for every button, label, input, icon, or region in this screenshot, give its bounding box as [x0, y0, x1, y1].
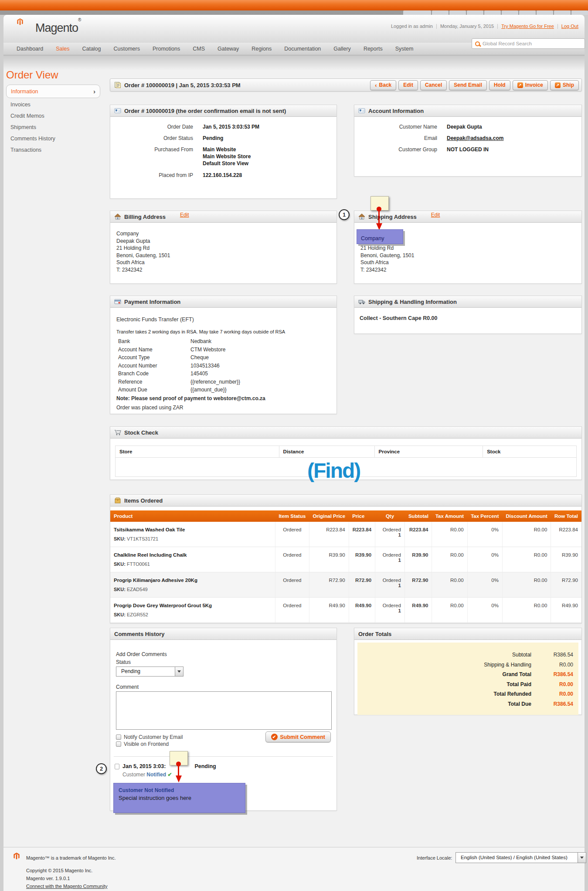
payment-info-title: Payment Information: [124, 299, 180, 305]
ship-button[interactable]: ↗ Ship: [550, 80, 579, 90]
nav-customers[interactable]: Customers: [114, 43, 140, 55]
shipping-edit-link[interactable]: Edit: [431, 212, 440, 218]
item-discount: R0.00: [502, 572, 551, 598]
item-tax-amount: R0.00: [432, 522, 467, 547]
invoice-button[interactable]: ↗ Invoice: [513, 80, 548, 90]
nav-promotions[interactable]: Promotions: [153, 43, 180, 55]
nav-gallery[interactable]: Gallery: [333, 43, 351, 55]
sidebar-item-transactions[interactable]: Transactions: [6, 144, 100, 156]
payment-proof-note: Note: Please send proof of payment to we…: [116, 395, 330, 401]
qty-value: 1: [398, 583, 401, 588]
customer-group-value: NOT LOGGED IN: [447, 146, 489, 153]
account-info-body: Customer Name Deepak Gupta Email Deepak@…: [354, 117, 581, 165]
vcard-icon: [114, 107, 121, 114]
product-name: Tsitsikamma Washed Oak Tile: [114, 527, 272, 532]
col-subtotal: Subtotal: [404, 510, 432, 522]
notified-status: Notified: [146, 772, 166, 778]
send-email-button[interactable]: Send Email: [449, 80, 487, 90]
sidebar-item-comments-history[interactable]: Comments History: [6, 133, 100, 144]
nav-regions[interactable]: Regions: [252, 43, 272, 55]
comments-history-header: Comments History: [110, 628, 336, 640]
item-original-price: R72.90: [309, 572, 349, 598]
customer-email-link[interactable]: Deepak@adsadsa.com: [447, 135, 503, 142]
sidebar-title: Order View: [6, 69, 100, 81]
billing-edit-link[interactable]: Edit: [180, 212, 189, 218]
try-magento-go-link[interactable]: Try Magento Go for Free: [501, 24, 554, 29]
footer-copyright: Copyright © 2015 Magento Inc.: [26, 868, 92, 873]
hold-button[interactable]: Hold: [489, 80, 510, 90]
sku-value: EZGR552: [127, 612, 148, 617]
purchased-from-value: Main Website Main Website Store Default …: [203, 146, 251, 167]
nav-sales[interactable]: Sales: [56, 43, 69, 55]
qty-status: Ordered: [383, 603, 401, 608]
total-value: R386.54: [543, 670, 573, 680]
comment-textarea[interactable]: [116, 691, 332, 730]
visible-frontend-checkbox[interactable]: [116, 741, 121, 747]
account-info-header: Account Information: [354, 105, 581, 117]
select-dropdown-button[interactable]: [578, 853, 586, 863]
order-status-value: Pending: [203, 135, 223, 142]
submit-comment-label: Submit Comment: [280, 734, 325, 740]
payment-row-value: {{amount_due}}: [190, 386, 227, 394]
comment-1-date: Jan 5, 2015 3:03:: [122, 763, 166, 769]
billing-address-header: Billing Address Edit: [110, 211, 336, 223]
item-subtotal: R72.90: [404, 572, 432, 598]
caret-down-icon: [177, 670, 181, 673]
item-row-total: R39.90: [551, 547, 581, 572]
vcard-icon: [358, 107, 365, 114]
locale-select[interactable]: English (United States) / English (Unite…: [455, 852, 586, 863]
order-title-bar: Order # 100000019 | Jan 5, 2015 3:03:53 …: [110, 78, 582, 92]
home-icon: [114, 213, 121, 220]
nav-catalog[interactable]: Catalog: [82, 43, 101, 55]
sidebar-item-invoices[interactable]: Invoices: [6, 99, 100, 110]
total-row-shipping: Shipping & Handling R0.00: [363, 660, 573, 670]
product-name: Progrip Kilimanjaro Adhesive 20Kg: [114, 578, 272, 583]
nav-gateway[interactable]: Gateway: [218, 43, 239, 55]
sidebar-item-information[interactable]: Information ›: [6, 85, 100, 98]
total-value: R0.00: [543, 689, 573, 699]
cancel-button[interactable]: Cancel: [420, 80, 447, 90]
stock-col-province: Province: [374, 446, 483, 458]
payment-row-label: Account Name: [116, 346, 190, 354]
qty-status: Ordered: [383, 527, 401, 532]
item-price: R39.90: [349, 547, 375, 572]
notify-customer-checkbox[interactable]: [116, 735, 121, 740]
separator: [436, 24, 437, 29]
placed-ip-label: Placed from IP: [116, 172, 203, 179]
submit-comment-button[interactable]: ✔ Submit Comment: [265, 731, 331, 742]
status-select[interactable]: Pending: [116, 667, 184, 677]
item-tax-percent: 0%: [467, 572, 502, 598]
logout-link[interactable]: Log Out: [561, 24, 578, 29]
arrow-shaft: [378, 211, 380, 224]
admin-footer: Magento™ is a trademark of Magento Inc. …: [3, 847, 585, 891]
item-tax-amount: R0.00: [432, 598, 467, 623]
col-price: Price: [349, 510, 375, 522]
nav-dashboard[interactable]: Dashboard: [17, 43, 43, 55]
company-tooltip: Company: [357, 229, 403, 244]
nav-system[interactable]: System: [395, 43, 414, 55]
sidebar-item-credit-memos[interactable]: Credit Memos: [6, 110, 100, 122]
col-qty: Qty: [375, 510, 405, 522]
item-row: Progrip Dove Grey Waterproof Grout 5Kg S…: [110, 598, 581, 623]
payment-transfer-note: Transfer takes 2 working days in RSA. Ma…: [116, 329, 330, 334]
items-ordered-panel: Items Ordered Product Item Status Origin…: [110, 494, 582, 623]
footer-version: Magento ver. 1.9.0.1: [26, 876, 70, 881]
tab-segment: [449, 10, 466, 15]
nav-cms[interactable]: CMS: [193, 43, 205, 55]
back-button[interactable]: ‹ Back: [370, 80, 396, 90]
payment-row-label: Account Number: [116, 362, 190, 370]
search-input[interactable]: [482, 41, 585, 47]
payment-info-header: Payment Information: [110, 296, 336, 308]
nav-documentation[interactable]: Documentation: [284, 43, 321, 55]
visible-frontend-checkbox-row: Visible on Frontend: [116, 741, 169, 747]
edit-button[interactable]: Edit: [398, 80, 418, 90]
payment-row-label: Branch Code: [116, 370, 190, 378]
find-annotation: (Find): [307, 459, 360, 483]
nav-reports[interactable]: Reports: [364, 43, 383, 55]
total-row-total-paid: Total Paid R0.00: [363, 680, 573, 690]
sidebar-item-shipments[interactable]: Shipments: [6, 122, 100, 133]
select-dropdown-button[interactable]: [175, 667, 183, 676]
order-date-label: Order Date: [116, 124, 203, 130]
sku-value: EZAD549: [127, 587, 148, 592]
footer-community-link[interactable]: Connect with the Magento Community: [26, 884, 107, 889]
